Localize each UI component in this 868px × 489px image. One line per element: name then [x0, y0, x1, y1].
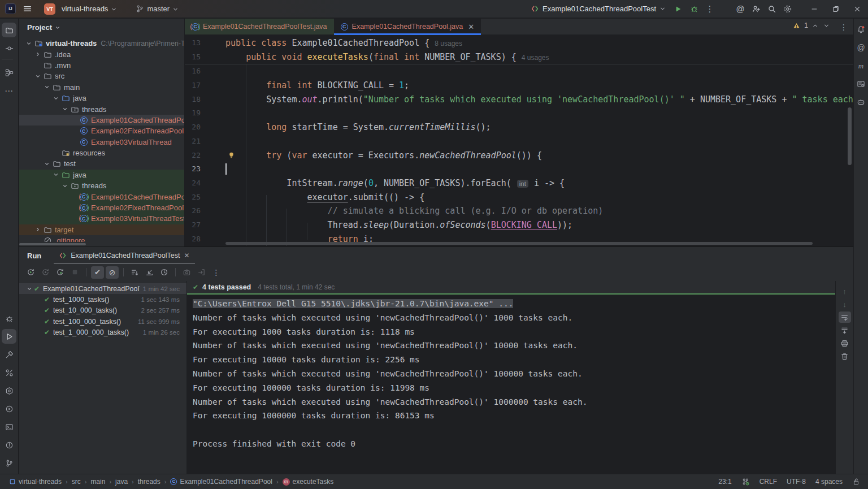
- editor-tab-example01cachedthreadpool.java[interactable]: CExample01CachedThreadPool.java✕: [334, 19, 481, 34]
- run-button[interactable]: [670, 2, 686, 16]
- tree-horizontal-scrollbar[interactable]: [19, 243, 86, 245]
- tree-item-example02fixedthreadpooltest[interactable]: CExample02FixedThreadPoolTest: [19, 202, 184, 213]
- indent-widget[interactable]: 4 spaces: [815, 478, 843, 486]
- run-with-coverage-button[interactable]: [54, 266, 67, 279]
- chevron-down-icon[interactable]: [55, 25, 60, 31]
- maven-tool-button[interactable]: m: [855, 59, 867, 72]
- tree-item-example01cachedthreadpooltest[interactable]: CExample01CachedThreadPoolTest: [19, 191, 184, 202]
- tree-item-virtual-threads[interactable]: virtual-threadsC:\Programiranje\Primeri-…: [19, 38, 184, 49]
- build-tool-button[interactable]: [2, 347, 16, 362]
- main-menu-button[interactable]: [20, 2, 34, 16]
- tree-item-test[interactable]: test: [19, 158, 184, 169]
- chevron-down-icon[interactable]: [51, 172, 60, 178]
- scroll-to-end-button[interactable]: [839, 324, 851, 336]
- breadcrumb-item-java[interactable]: java: [115, 478, 128, 486]
- inspection-widget[interactable]: 1: [793, 21, 830, 29]
- editor-tab-example01cachedthreadpooltest.java[interactable]: CExample01CachedThreadPoolTest.java: [185, 19, 334, 34]
- previous-occurrence-button[interactable]: ↑: [839, 285, 851, 297]
- chevron-up-icon[interactable]: [812, 23, 818, 29]
- print-button[interactable]: [839, 337, 851, 349]
- console-area[interactable]: ✔ 4 tests passed 4 tests total, 1 min 42…: [187, 281, 835, 474]
- breadcrumb-item-threads[interactable]: threads: [138, 478, 160, 486]
- chevron-right-icon[interactable]: [33, 227, 42, 232]
- tree-item-java[interactable]: java: [19, 93, 184, 103]
- tree-item-example02fixedthreadpool[interactable]: CExample02FixedThreadPool: [19, 126, 184, 136]
- window-restore-button[interactable]: [825, 0, 847, 18]
- test-row-test-1-000-000-tasks-[interactable]: ✔test_1_000_000_tasks()1 min 26 sec: [19, 327, 186, 338]
- run-tab[interactable]: Example01CachedThreadPoolTest ✕: [54, 247, 194, 264]
- tree-item--gitignore[interactable]: .gitignore: [19, 235, 184, 242]
- chevron-down-icon[interactable]: [51, 96, 60, 101]
- close-icon[interactable]: ✕: [468, 23, 474, 31]
- ai-assistant-tool-button[interactable]: @: [855, 41, 867, 54]
- intention-bulb-icon[interactable]: [228, 151, 235, 159]
- caret-position[interactable]: 23:1: [718, 478, 731, 486]
- structure-tool-button[interactable]: [2, 65, 16, 80]
- branch-selector[interactable]: master: [133, 5, 181, 13]
- version-control-tool-button[interactable]: [2, 456, 16, 470]
- tree-item-main[interactable]: main: [19, 82, 184, 93]
- debug-tool-button[interactable]: [2, 311, 16, 326]
- test-root-row[interactable]: ✔Example01CachedThreadPoolTest (t1 min 4…: [19, 283, 186, 294]
- test-duration-button[interactable]: [158, 266, 171, 279]
- chevron-down-icon[interactable]: [823, 23, 830, 29]
- soft-wrap-button[interactable]: [839, 311, 851, 323]
- ai-assistant-button[interactable]: @: [732, 2, 748, 16]
- tree-item-example03virtualthreadtest[interactable]: CExample03VirtualThreadTest: [19, 213, 184, 224]
- import-test-results-button[interactable]: [143, 266, 156, 279]
- next-occurrence-button[interactable]: ↓: [839, 298, 851, 310]
- show-passed-button[interactable]: ✔: [91, 266, 104, 279]
- tree-item-java[interactable]: java: [19, 170, 184, 180]
- tree-item-target[interactable]: target: [19, 224, 184, 235]
- terminal-tool-button[interactable]: [2, 419, 16, 434]
- more-actions-button[interactable]: ⋮: [702, 2, 718, 16]
- profiler-tool-button[interactable]: [2, 401, 16, 416]
- console-output[interactable]: "C:\Users\Entrox Dell G15 5510\.jdks\jbr…: [187, 295, 835, 474]
- more-options-button[interactable]: ⋮: [210, 266, 223, 279]
- readonly-toggle[interactable]: [852, 478, 860, 486]
- dependencies-tool-button[interactable]: [855, 77, 867, 90]
- tools-tool-button[interactable]: [2, 365, 16, 380]
- copilot-tool-button[interactable]: [855, 96, 867, 108]
- test-row-test-10-000-tasks-[interactable]: ✔test_10_000_tasks()2 sec 257 ms: [19, 305, 186, 316]
- breadcrumb-item-example01cachedthreadpool[interactable]: CExample01CachedThreadPool: [170, 478, 272, 486]
- line-ending-widget[interactable]: CRLF: [760, 478, 777, 486]
- tree-item-threads[interactable]: threads: [19, 103, 184, 114]
- show-ignored-button[interactable]: ⊘: [106, 266, 119, 279]
- editor-horizontal-scrollbar[interactable]: [225, 242, 813, 245]
- breadcrumb-item-virtual-threads[interactable]: virtual-threads: [9, 478, 62, 486]
- debug-button[interactable]: [686, 2, 702, 16]
- export-test-results-button[interactable]: [195, 266, 208, 279]
- tree-item-threads[interactable]: threads: [19, 180, 184, 191]
- services-tool-button[interactable]: [2, 383, 16, 398]
- editor-area[interactable]: CExample01CachedThreadPoolTest.javaCExam…: [184, 19, 853, 246]
- rerun-failed-button[interactable]: [39, 266, 52, 279]
- code-editor[interactable]: 13public class Example01CachedThreadPool…: [185, 35, 853, 246]
- project-tool-button[interactable]: [2, 23, 16, 37]
- run-tool-button[interactable]: [2, 329, 16, 344]
- chevron-down-icon[interactable]: [60, 183, 70, 189]
- editor-vertical-scrollbar[interactable]: [848, 107, 852, 165]
- test-row-test-1000-tasks-[interactable]: ✔test_1000_tasks()1 sec 143 ms: [19, 294, 186, 305]
- chevron-down-icon[interactable]: [60, 106, 70, 112]
- screenshot-button[interactable]: [180, 266, 193, 279]
- chevron-down-icon[interactable]: [33, 73, 42, 79]
- breadcrumb-item-main[interactable]: main: [90, 478, 105, 486]
- close-icon[interactable]: ✕: [184, 252, 189, 259]
- tree-item-src[interactable]: src: [19, 71, 184, 81]
- more-tool-windows-tool-button[interactable]: ⋯: [2, 83, 16, 98]
- clear-all-button[interactable]: [839, 350, 851, 362]
- notifications-tool-button[interactable]: [855, 23, 867, 36]
- tree-item-example03virtualthread[interactable]: CExample03VirtualThread: [19, 137, 184, 148]
- chevron-down-icon[interactable]: [25, 286, 34, 292]
- sort-by-duration-button[interactable]: [128, 266, 141, 279]
- run-configuration-selector[interactable]: Example01CachedThreadPoolTest: [531, 5, 666, 13]
- breadcrumb-item-executetasks[interactable]: mexecuteTasks: [283, 478, 334, 486]
- settings-button[interactable]: [780, 2, 796, 16]
- window-minimize-button[interactable]: [804, 0, 825, 18]
- editor-tab-options-button[interactable]: ⋮: [840, 19, 848, 35]
- chevron-down-icon[interactable]: [24, 41, 33, 46]
- chevron-down-icon[interactable]: [42, 161, 51, 167]
- project-selector[interactable]: virtual-threads: [59, 5, 119, 13]
- tree-item--idea[interactable]: .idea: [19, 49, 184, 59]
